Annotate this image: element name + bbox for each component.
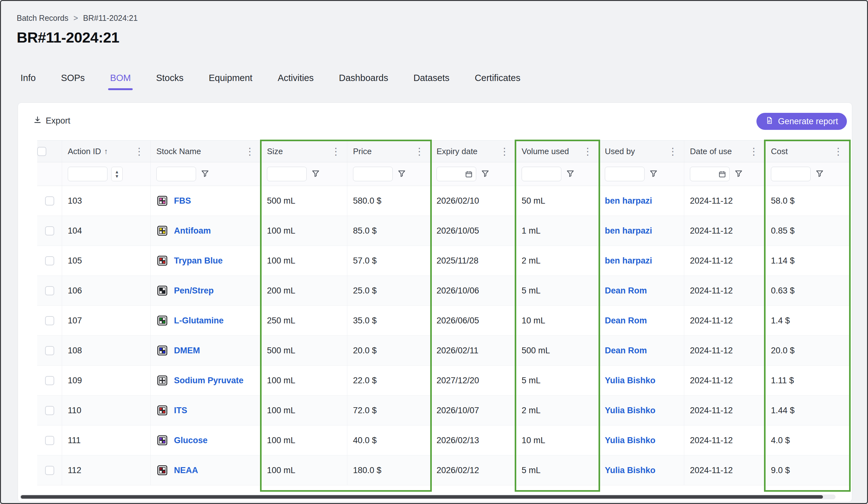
- user-link[interactable]: Yulia Bishko: [605, 435, 655, 445]
- filter-input-price[interactable]: [353, 167, 393, 181]
- funnel-icon: [566, 169, 575, 179]
- cell-price: 20.0 $: [347, 336, 431, 365]
- stock-name-link[interactable]: ITS: [174, 406, 187, 415]
- breadcrumb-link-batch-records[interactable]: Batch Records: [17, 13, 69, 23]
- user-link[interactable]: Dean Rom: [605, 286, 647, 296]
- cell-stock-name: L-Glutamine: [151, 306, 261, 336]
- cell-date-of-use: 2024-11-12: [684, 186, 765, 216]
- stock-name-link[interactable]: NEAA: [174, 465, 198, 475]
- cell-size: 100 mL: [261, 246, 347, 276]
- stock-name-link[interactable]: FBS: [174, 196, 191, 206]
- stock-name-link[interactable]: Antifoam: [174, 226, 211, 236]
- filter-funnel-button[interactable]: [310, 168, 321, 180]
- column-menu-icon[interactable]: ⋮: [748, 146, 759, 156]
- user-link[interactable]: Dean Rom: [605, 316, 647, 326]
- stock-name-link[interactable]: DMEM: [174, 346, 200, 356]
- column-menu-icon[interactable]: ⋮: [499, 146, 510, 156]
- row-checkbox[interactable]: [45, 376, 54, 385]
- column-menu-icon[interactable]: ⋮: [244, 146, 255, 156]
- cell-expiry-date: 2027/12/20: [431, 366, 516, 395]
- cell-used-by: Yulia Bishko: [599, 366, 684, 395]
- filter-funnel-button[interactable]: [648, 168, 659, 180]
- tab-sops[interactable]: SOPs: [61, 73, 85, 90]
- filter-funnel-button[interactable]: [480, 168, 490, 180]
- cell-price: 25.0 $: [347, 276, 431, 306]
- cell-expiry-date: 2026/10/07: [431, 395, 516, 425]
- column-header-stock_name[interactable]: Stock Name⋮: [151, 141, 261, 162]
- column-header-price[interactable]: Price⋮: [347, 141, 431, 162]
- tab-info[interactable]: Info: [20, 73, 35, 90]
- row-checkbox[interactable]: [45, 256, 54, 265]
- user-link[interactable]: Yulia Bishko: [605, 406, 655, 415]
- column-menu-icon[interactable]: ⋮: [330, 146, 341, 156]
- column-header-volume_used[interactable]: Volume used⋮: [516, 141, 599, 162]
- export-button[interactable]: Export: [33, 115, 70, 126]
- sort-ascending-icon[interactable]: ↑: [104, 147, 108, 156]
- row-checkbox[interactable]: [45, 466, 54, 475]
- row-checkbox[interactable]: [45, 316, 54, 325]
- column-menu-icon[interactable]: ⋮: [667, 146, 678, 156]
- column-menu-icon[interactable]: ⋮: [414, 146, 425, 156]
- cell-price: 35.0 $: [347, 306, 431, 336]
- cell-select: [37, 216, 62, 246]
- row-checkbox[interactable]: [45, 286, 54, 295]
- horizontal-scrollbar[interactable]: [20, 495, 836, 499]
- column-header-date_of_use[interactable]: Date of use⋮: [684, 141, 765, 162]
- number-stepper[interactable]: ▲▼: [111, 167, 123, 181]
- user-link[interactable]: ben harpazi: [605, 196, 652, 206]
- cell-stock-name: NEAA: [151, 455, 261, 485]
- user-link[interactable]: ben harpazi: [605, 226, 652, 236]
- cell-price: 40.0 $: [347, 425, 431, 455]
- user-link[interactable]: ben harpazi: [605, 256, 652, 266]
- filter-input-action_id[interactable]: [68, 167, 107, 181]
- filter-funnel-button[interactable]: [814, 168, 825, 180]
- column-header-size[interactable]: Size⋮: [261, 141, 347, 162]
- tab-stocks[interactable]: Stocks: [156, 73, 184, 90]
- row-checkbox[interactable]: [45, 226, 54, 235]
- calendar-icon[interactable]: [718, 170, 726, 178]
- table-row: 103FBS500 mL580.0 $2026/02/1050 mLben ha…: [37, 186, 849, 216]
- stock-name-link[interactable]: Glucose: [174, 435, 208, 445]
- tab-bom[interactable]: BOM: [110, 73, 131, 90]
- select-all-checkbox[interactable]: [37, 147, 46, 156]
- cell-action-id: 107: [62, 306, 151, 336]
- user-link[interactable]: Yulia Bishko: [605, 376, 655, 385]
- row-checkbox[interactable]: [45, 196, 54, 206]
- stock-name-link[interactable]: Sodium Pyruvate: [174, 376, 244, 385]
- calendar-icon[interactable]: [465, 170, 473, 178]
- cell-action-id: 110: [62, 395, 151, 425]
- stock-name-link[interactable]: Pen/Strep: [174, 286, 214, 296]
- tab-dashboards[interactable]: Dashboards: [339, 73, 388, 90]
- tab-equipment[interactable]: Equipment: [209, 73, 252, 90]
- user-link[interactable]: Dean Rom: [605, 346, 647, 356]
- column-header-expiry_date[interactable]: Expiry date⋮: [431, 141, 516, 162]
- column-menu-icon[interactable]: ⋮: [582, 146, 593, 156]
- stock-name-link[interactable]: Trypan Blue: [174, 256, 223, 266]
- row-checkbox[interactable]: [45, 406, 54, 415]
- filter-funnel-button[interactable]: [733, 168, 744, 180]
- scrollbar-thumb[interactable]: [21, 495, 823, 498]
- column-menu-icon[interactable]: ⋮: [833, 146, 844, 156]
- row-checkbox[interactable]: [45, 346, 54, 355]
- column-menu-icon[interactable]: ⋮: [134, 146, 145, 156]
- filter-input-stock_name[interactable]: [156, 167, 196, 181]
- column-header-used_by[interactable]: Used by⋮: [599, 141, 684, 162]
- filter-input-size[interactable]: [267, 167, 307, 181]
- stock-type-icon: [156, 464, 168, 476]
- filter-funnel-button[interactable]: [200, 168, 210, 180]
- tab-activities[interactable]: Activities: [278, 73, 313, 90]
- filter-funnel-button[interactable]: [565, 168, 576, 180]
- column-header-action_id[interactable]: Action ID↑⋮: [62, 141, 151, 162]
- column-header-cost[interactable]: Cost⋮: [765, 141, 849, 162]
- generate-report-button[interactable]: Generate report: [756, 113, 847, 130]
- stock-name-link[interactable]: L-Glutamine: [174, 316, 224, 326]
- tab-certificates[interactable]: Certificates: [475, 73, 520, 90]
- row-checkbox[interactable]: [45, 436, 54, 445]
- user-link[interactable]: Yulia Bishko: [605, 465, 655, 475]
- filter-input-volume_used[interactable]: [521, 167, 561, 181]
- filter-funnel-button[interactable]: [396, 168, 407, 180]
- filter-input-cost[interactable]: [771, 167, 810, 181]
- cell-date-of-use: 2024-11-12: [684, 425, 765, 455]
- tab-datasets[interactable]: Datasets: [414, 73, 450, 90]
- filter-input-used_by[interactable]: [605, 167, 644, 181]
